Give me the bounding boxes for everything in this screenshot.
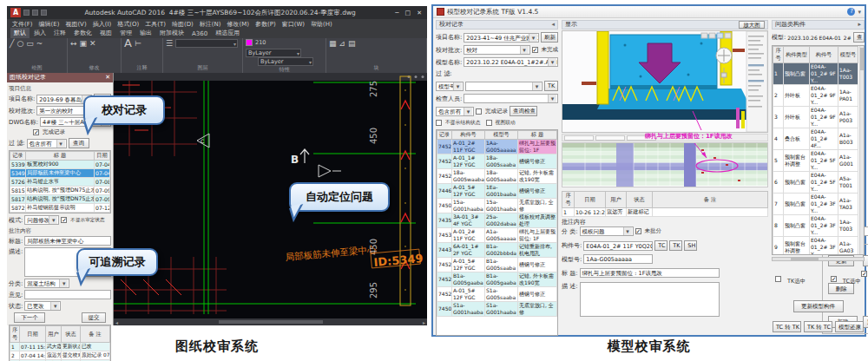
table-row[interactable]: 7452418a-G005waaba18a-G005aaaba记错, 外卡板需改…	[437, 169, 557, 184]
circle-tool-icon[interactable]: ○	[16, 39, 23, 48]
batch-dropdown[interactable]: 校对	[464, 45, 529, 55]
col-index[interactable]: 序号	[773, 47, 784, 63]
query-button[interactable]: 查询	[69, 138, 89, 148]
table-row[interactable]: 5872补马镫钢筋提示说明07-12	[10, 204, 110, 213]
measure-tool-icon[interactable]: ⊿	[339, 39, 346, 48]
component-type-dropdown[interactable]: 模型号	[436, 82, 464, 91]
canvas-scrollbar[interactable]: ◂ ▸	[114, 318, 427, 325]
no-hint-checkbox[interactable]	[436, 120, 442, 126]
table-row[interactable]: 7预制凸窗E04A-01_2# 3F Y...A1a-TA03	[773, 194, 858, 215]
table-row[interactable]: 2外叶板E04A-01_2# 9F Y...1Aa-PA01	[773, 85, 858, 107]
menu-file[interactable]: 文件(F)	[12, 20, 33, 29]
col-record[interactable]: 记录	[437, 131, 452, 140]
col-date[interactable]: 日期	[575, 192, 606, 208]
col-status[interactable]: 状态	[627, 192, 653, 208]
ribbon-tab-addins[interactable]: 附加模块	[156, 28, 187, 38]
arc-tool-icon[interactable]: ~	[36, 39, 43, 48]
horizontal-scrollbar[interactable]	[772, 257, 865, 261]
open-model-button[interactable]: 查	[853, 32, 865, 43]
col-component[interactable]: 构件号	[810, 47, 838, 63]
opinion-input[interactable]	[24, 290, 111, 299]
ungraded-checkbox[interactable]	[635, 228, 641, 234]
restore-model-button[interactable]: 模型还原	[835, 321, 864, 332]
rebar-spreadsheet[interactable]	[562, 142, 768, 187]
tc-select-checkbox[interactable]	[831, 276, 837, 282]
done-records-checkbox[interactable]	[33, 129, 39, 135]
erase-tool-icon[interactable]: ✕	[89, 39, 96, 48]
table-row[interactable]: 74504S1a-G001haabaS1a-G001haaba无底堂放口, 全修	[437, 302, 557, 317]
copy-tool-icon[interactable]: ▣	[80, 39, 88, 48]
vertical-scrollbar[interactable]	[859, 46, 864, 254]
query-button[interactable]: 查询检查	[510, 106, 537, 116]
scroll-left-icon[interactable]: ◂	[115, 319, 118, 325]
paste-tool-icon[interactable]: ▤	[348, 39, 356, 48]
quick-access-icon[interactable]	[41, 10, 47, 16]
col-remark[interactable]: 备 注	[653, 192, 768, 208]
table-row[interactable]: 74521A-01_5# 12F YGCS1a-G005saaba槽钢号修正	[437, 287, 557, 302]
record-filter-dropdown[interactable]: 包含所有	[436, 107, 474, 116]
view-tab[interactable]	[564, 135, 594, 141]
ribbon-tab-featured[interactable]: 精选应用	[212, 28, 243, 38]
menu-insert[interactable]: 插入(I)	[93, 20, 112, 29]
quick-access-icon[interactable]	[23, 10, 30, 16]
autocad-logo-icon[interactable]: A	[10, 8, 21, 17]
table-row[interactable]: 5339板宽校对90007-04	[10, 161, 110, 169]
ribbon-tab-annotate[interactable]: 注释	[50, 28, 69, 38]
col-title[interactable]: 标 题	[518, 131, 557, 140]
title-input[interactable]: 局部板筋未伸至梁中心	[24, 236, 111, 246]
table-row[interactable]: 5817结构说明, 按"预埋DN75止水节07-09	[10, 195, 110, 204]
ribbon-tab-a360[interactable]: A360	[188, 30, 211, 38]
menu-draw[interactable]: 绘图(D)	[172, 20, 194, 29]
col-index[interactable]: 序号	[562, 192, 575, 208]
table-row[interactable]: 743573A-01_3# 4F YGC25a-G002dabaa模板校对及调整…	[437, 213, 557, 228]
pin-icon[interactable]: ▾	[858, 9, 861, 16]
move-tool-icon[interactable]: ↔	[70, 39, 77, 48]
update-components-button[interactable]: 更新模型构件	[793, 300, 844, 312]
menu-view[interactable]: 视图(V)	[65, 20, 86, 29]
table-row[interactable]: 74467A-01_5# 12F YGC1Ea-G001baaba槽钢号修正	[437, 184, 557, 199]
view-tab[interactable]	[595, 135, 625, 141]
table-row[interactable]: 74523A-01_5# 12F YGCB1a-G005saaba槽钢号修正	[437, 258, 557, 272]
text-tool-icon[interactable]: A	[124, 39, 132, 48]
layer-dropdown[interactable]	[175, 39, 238, 48]
done-records-checkbox[interactable]	[476, 108, 482, 115]
table-row[interactable]: 74528A-01_2# 11F YGC1Aa-G005aaaaa绑扎与上层要预…	[437, 140, 557, 154]
tk-button[interactable]: TK	[669, 240, 682, 251]
line-tool-icon[interactable]: ╱	[10, 39, 14, 48]
menu-format[interactable]: 格式(O)	[117, 20, 139, 29]
table-row[interactable]: 5815结构说明, 按"预埋DN75止水节07-09	[10, 187, 110, 195]
table-row[interactable]: 7450515a-G001haaba15a-G001haaba无底堂放口, 全修	[437, 199, 557, 213]
unfinished-checkbox[interactable]	[532, 47, 538, 53]
3d-viewport[interactable]	[562, 30, 768, 133]
col-model[interactable]: 模型号	[485, 131, 518, 140]
tk-button[interactable]: TK	[544, 81, 558, 91]
menu-dimension[interactable]: 标注(N)	[200, 20, 221, 29]
model-name-dropdown[interactable]: 2023.10.22 E04A-01_1#2#.A.ZIP	[464, 57, 558, 67]
ribbon-tab-output[interactable]: 输出	[136, 28, 155, 38]
linetype-dropdown[interactable]: ByLayer	[246, 49, 301, 57]
menu-modify[interactable]: 修改(M)	[227, 20, 249, 29]
collapse-icon[interactable]: ◂	[551, 21, 555, 29]
table-row[interactable]: 744306A-01_1# 2F YGCB1a-G002bbbda记错重新排布,…	[437, 243, 557, 258]
table-row[interactable]: 5726补马镫止水节07-08	[10, 178, 110, 187]
col-date[interactable]: 日期	[95, 152, 110, 161]
table-row[interactable]: 110-26 12:21寇远芳新建标记	[562, 208, 768, 217]
lineweight-dropdown[interactable]: ByLayer	[258, 57, 313, 66]
close-icon[interactable]: ✕	[105, 73, 110, 82]
menu-parametric[interactable]: 参数(P)	[255, 20, 276, 29]
col-user[interactable]: 用户	[606, 192, 627, 208]
table-row[interactable]: 3外叶板E04A-01_2# 9F Y...A1a-P003	[773, 107, 858, 128]
col-record[interactable]: 记录	[10, 152, 26, 161]
table-row[interactable]: 74522B1a-G005gaabaB1a-G005gaaba记错, 外卡板需改…	[437, 272, 557, 287]
category-dropdown[interactable]: 模板问题	[580, 226, 634, 236]
menu-edit[interactable]: 编辑(E)	[39, 20, 60, 29]
menu-tools[interactable]: 工具(T)	[145, 20, 166, 29]
table-row[interactable]: 74525A-01_1# 12F YGC18a-G005saaba槽钢号修正	[437, 154, 557, 169]
block-tool-icon[interactable]: ▦	[329, 39, 337, 48]
component-filter-dropdown[interactable]	[465, 82, 542, 91]
col-component[interactable]: 构件号	[452, 131, 485, 140]
title-input[interactable]: 绑扎与上层要预留位：1F该甩改	[580, 268, 720, 278]
menu-help[interactable]: 帮助(H)	[311, 20, 332, 29]
checker-dropdown[interactable]	[464, 94, 558, 103]
project-name-dropdown[interactable]: 2023-41~49 佳兆产业园区2H-02#F	[464, 33, 539, 43]
